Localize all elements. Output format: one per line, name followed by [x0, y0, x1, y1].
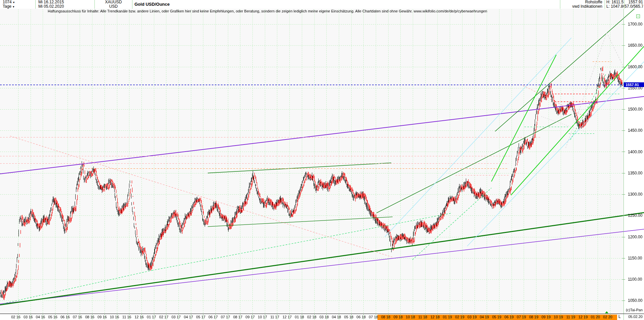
axis-last-date: 05.02.20: [625, 315, 643, 319]
date-range: Mi 16.12.2015 Mi 05.02.2020: [36, 0, 95, 9]
feed-provider: vwd Indikationen: [560, 4, 602, 9]
start-date: Mi 16.12.2015: [38, 0, 94, 4]
currency-code: USD: [95, 4, 132, 9]
chart-header-bar: 1074▾ Tage▾ Mi 16.12.2015 Mi 05.02.2020 …: [0, 0, 644, 9]
symbol-cell: XAUUSD USD: [95, 0, 132, 9]
axis-nav-label[interactable]: L: [618, 314, 623, 319]
chevron-down-icon: ▾: [13, 0, 15, 4]
chevron-down-icon: ▾: [13, 5, 14, 9]
period-high: H: 1611.52: [606, 0, 624, 4]
end-date: Mi 05.02.2020: [38, 4, 94, 9]
copyright-label: (c)Tai-Pan: [618, 308, 643, 312]
timeframe-value: Tage: [3, 4, 11, 9]
data-feed-cell: Rohstoffe vwd Indikationen: [560, 0, 604, 9]
bars-count-value: 1074: [3, 0, 12, 4]
current-price-tag: 1557.91: [624, 82, 644, 87]
misc-quote-value: 57.0/565.7: [625, 4, 643, 9]
period-low: L: 1047.80: [606, 4, 624, 9]
charting-app-window: 1074▾ Tage▾ Mi 16.12.2015 Mi 05.02.2020 …: [0, 0, 644, 320]
price-chart-canvas[interactable]: [0, 9, 644, 320]
page-title: Gold USD/Ounce: [134, 0, 303, 9]
collapse-icon[interactable]: −: [636, 14, 640, 18]
symbol-code: XAUUSD: [95, 0, 132, 4]
feed-category: Rohstoffe: [560, 0, 602, 4]
last-price: 1557.91: [625, 0, 643, 4]
high-low-cell: H: 1611.52 L: 1047.80: [605, 0, 624, 9]
timeframe-dropdown[interactable]: Tage▾: [3, 4, 35, 9]
disclaimer-text: Haftungsausschluss für Inhalte: Alle Tre…: [48, 9, 619, 13]
bars-count-dropdown[interactable]: 1074▾: [3, 0, 35, 4]
last-quote-cell: 1557.91 57.0/565.7: [624, 0, 644, 9]
period-selectors: 1074▾ Tage▾: [0, 0, 36, 9]
